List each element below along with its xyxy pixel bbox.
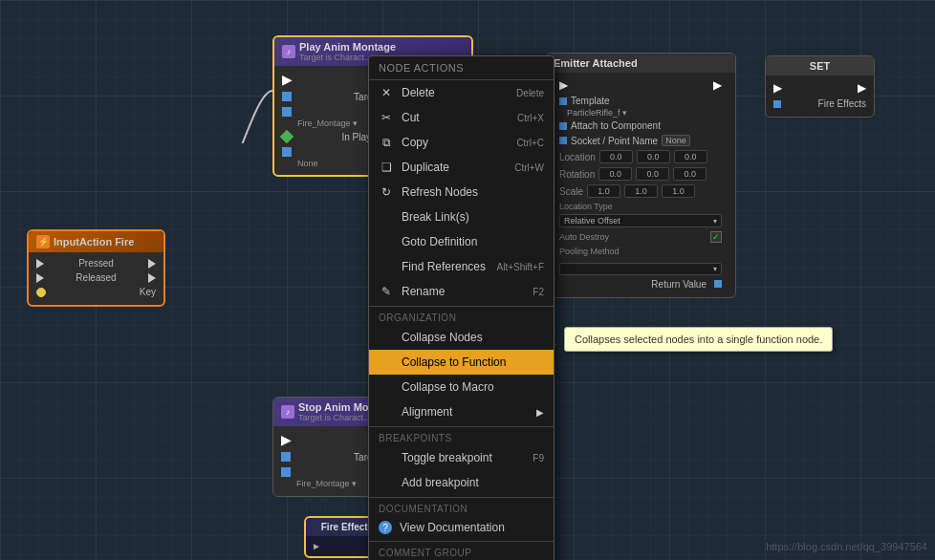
menu-label-add-breakpoint: Add breakpoint <box>402 476 479 489</box>
set-exec-in: ▶ <box>773 81 782 95</box>
menu-item-view-docs[interactable]: ? View Documentation <box>369 516 554 539</box>
emitter-scale-label: Scale <box>559 186 583 197</box>
emitter-loc-y: 0.0 <box>637 150 670 163</box>
pin-attach <box>559 122 567 130</box>
menu-item-rename[interactable]: ✎ Rename F2 <box>369 279 554 304</box>
menu-item-duplicate[interactable]: ❑ Duplicate Ctrl+W <box>369 155 554 180</box>
set-node[interactable]: SET ▶ ▶ Fire Effects <box>765 55 875 118</box>
emitter-scale-x: 1.0 <box>587 184 620 198</box>
pin-rate-in <box>280 130 294 143</box>
emitter-scale-row: Scale 1.0 1.0 1.0 <box>554 183 728 200</box>
emitter-loctype-row: Location Type <box>554 200 728 213</box>
menu-item-add-breakpoint[interactable]: Add breakpoint <box>369 470 554 495</box>
play-anim-icon: ♪ <box>282 45 295 58</box>
menu-item-refresh[interactable]: ↻ Refresh Nodes <box>369 180 554 205</box>
collapse-nodes-icon <box>379 330 394 345</box>
emitter-title: Emitter Attached <box>554 57 638 69</box>
menu-label-collapse-function: Collapse to Function <box>402 355 506 369</box>
rename-icon: ✎ <box>379 284 394 299</box>
emitter-loctype-arrow: ▾ <box>713 217 717 226</box>
break-links-icon <box>379 209 394 225</box>
emitter-return-label: Return Value <box>651 279 707 290</box>
emitter-attached-node[interactable]: Emitter Attached ▶ ▶ Template ParticleRi… <box>545 53 736 298</box>
collapse-function-tooltip: Collapses selected nodes into a single f… <box>564 327 833 352</box>
menu-item-break-links[interactable]: Break Link(s) <box>369 205 554 229</box>
pin-pressed-row: Pressed <box>36 256 156 270</box>
pin-return <box>714 280 722 288</box>
emitter-socket-val: None <box>662 135 690 146</box>
emitter-exec-row: ▶ ▶ <box>554 76 728 94</box>
menu-item-cut[interactable]: ✂ Cut Ctrl+X <box>369 105 554 130</box>
menu-title: Node Actions <box>369 56 554 80</box>
menu-label-duplicate: Duplicate <box>402 161 449 174</box>
menu-separator-2 <box>369 426 554 427</box>
emitter-attach-row: Attach to Component <box>554 118 728 133</box>
emitter-loctype-val: Relative Offset <box>564 216 620 226</box>
pin-target-in <box>282 92 292 101</box>
menu-label-break-links: Break Link(s) <box>402 210 469 224</box>
emitter-pool-arrow: ▾ <box>713 265 717 273</box>
menu-item-goto-def[interactable]: Goto Definition <box>369 229 554 254</box>
menu-shortcut-rename: F2 <box>533 287 544 297</box>
emitter-scale-y: 1.0 <box>624 184 658 198</box>
toggle-breakpoint-icon <box>379 450 394 465</box>
input-action-fire-node[interactable]: ⚡ InputAction Fire Pressed Released Key <box>27 229 165 307</box>
stop-anim-icon: ♪ <box>281 405 294 419</box>
emitter-loc-label: Location <box>559 152 596 162</box>
pin-section-in <box>282 147 292 157</box>
pin-template <box>559 97 567 105</box>
emitter-destroy-checkbox[interactable]: ✓ <box>710 231 722 243</box>
menu-section-documentation: Documentation <box>369 500 554 516</box>
emitter-loctype-dropdown[interactable]: Relative Offset ▾ <box>559 214 722 227</box>
menu-item-find-refs[interactable]: Find References Alt+Shift+F <box>369 254 554 279</box>
emitter-template-label: Template <box>571 96 610 106</box>
set-exec-out: ▶ <box>858 81 866 95</box>
emitter-rot-x: 0.0 <box>598 167 632 181</box>
emitter-socket-row: Socket / Point Name None <box>554 133 728 148</box>
menu-shortcut-toggle-bp: F9 <box>533 453 544 463</box>
menu-label-rename: Rename <box>402 285 445 298</box>
emitter-loctype-val-row: Relative Offset ▾ <box>554 213 728 229</box>
emitter-exec-out: ▶ <box>713 78 722 92</box>
tooltip-text: Collapses selected nodes into a single f… <box>575 334 822 345</box>
pin-stop-montage-in <box>281 467 291 477</box>
emitter-socket-label: Socket / Point Name <box>571 136 658 146</box>
menu-separator-1 <box>369 306 554 307</box>
play-anim-exec-in: ▶ <box>282 72 293 87</box>
menu-item-collapse-nodes[interactable]: Collapse Nodes <box>369 325 554 350</box>
collapse-function-icon <box>379 355 394 370</box>
menu-item-collapse-function[interactable]: Collapse to Function <box>369 350 554 375</box>
menu-label-delete: Delete <box>402 86 435 99</box>
refresh-icon: ↻ <box>379 184 394 200</box>
set-exec-row: ▶ ▶ <box>773 79 866 97</box>
duplicate-icon: ❑ <box>379 160 394 175</box>
menu-label-toggle-breakpoint: Toggle breakpoint <box>402 451 492 464</box>
stop-exec-in: ▶ <box>281 432 292 447</box>
menu-item-copy[interactable]: ⧉ Copy Ctrl+C <box>369 130 554 155</box>
context-menu[interactable]: Node Actions ✕ Delete Delete ✂ Cut Ctrl+… <box>368 55 554 560</box>
menu-shortcut-cut: Ctrl+X <box>517 113 544 123</box>
input-action-body: Pressed Released Key <box>29 252 163 305</box>
set-header: SET <box>766 56 874 75</box>
fire-effects-arrow: ► <box>312 541 321 551</box>
menu-label-goto-def: Goto Definition <box>402 235 477 248</box>
set-fire-pin <box>773 100 781 108</box>
emitter-rot-label: Rotation <box>559 169 595 180</box>
emitter-loc-x: 0.0 <box>599 150 633 163</box>
menu-shortcut-find-refs: Alt+Shift+F <box>497 262 544 272</box>
pin-key-row: Key <box>36 285 156 299</box>
watermark: https://blog.csdn.net/qq_39947564 <box>766 541 927 552</box>
set-title: SET <box>810 60 830 72</box>
copy-icon: ⧉ <box>379 135 394 150</box>
menu-item-collapse-macro[interactable]: Collapse to Macro <box>369 375 554 399</box>
emitter-pool-dropdown[interactable]: ▾ <box>559 263 722 275</box>
pin-released-in <box>148 273 156 283</box>
menu-section-organization: Organization <box>369 309 554 325</box>
input-action-title: InputAction Fire <box>54 236 134 248</box>
set-body: ▶ ▶ Fire Effects <box>766 75 874 117</box>
menu-item-toggle-breakpoint[interactable]: Toggle breakpoint F9 <box>369 445 554 470</box>
menu-item-alignment[interactable]: Alignment ▶ <box>369 399 554 424</box>
play-anim-title: Play Anim Montage <box>299 41 396 53</box>
delete-icon: ✕ <box>379 85 394 100</box>
menu-item-delete[interactable]: ✕ Delete Delete <box>369 80 554 105</box>
